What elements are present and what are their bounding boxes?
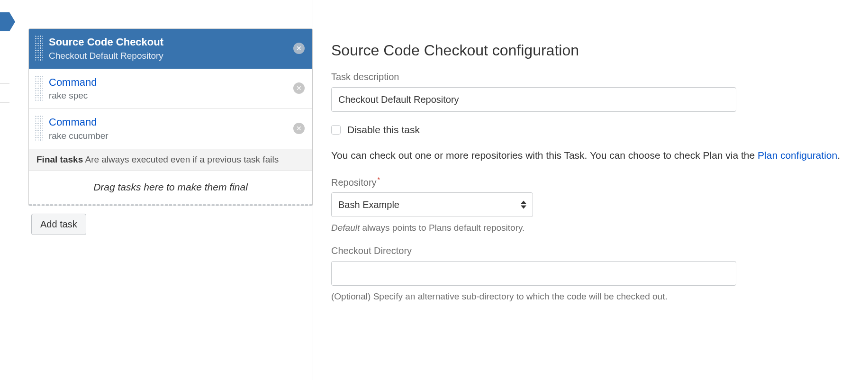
checkout-directory-input[interactable] [331,261,736,286]
repository-label-text: Repository [331,177,377,187]
repository-select[interactable] [331,192,533,217]
task-desc: Checkout Default Repository [49,51,293,61]
disable-task-label: Disable this task [347,124,420,136]
config-panel: Source Code Checkout configuration Task … [313,0,868,380]
task-description-label: Task description [331,72,868,82]
config-info-before: You can check out one or more repositori… [331,150,758,161]
config-info-after: . [837,150,840,161]
required-star-icon: * [378,176,380,183]
repository-hint-italic: Default [331,223,360,233]
final-tasks-dropzone[interactable]: Drag tasks here to make them final [29,171,312,206]
checkout-directory-hint: (Optional) Specify an alternative sub-di… [331,291,868,302]
task-item-source-code-checkout[interactable]: Source Code Checkout Checkout Default Re… [29,29,312,69]
final-tasks-header: Final tasks Are always executed even if … [29,149,312,171]
task-title: Source Code Checkout [49,36,293,49]
repository-label: Repository* [331,176,868,188]
remove-task-button[interactable]: ✕ [293,82,305,94]
repository-hint: Default always points to Plans default r… [331,223,868,233]
plan-configuration-link[interactable]: Plan configuration [758,150,837,161]
drag-handle-icon[interactable] [35,116,43,141]
active-tab-marker [0,12,9,31]
repository-hint-rest: always points to Plans default repositor… [360,223,524,233]
close-icon: ✕ [296,125,302,132]
final-tasks-sublabel: Are always executed even if a previous t… [85,154,279,164]
task-description-input[interactable] [331,87,736,112]
task-title: Command [49,116,293,129]
disable-task-checkbox[interactable] [331,125,341,135]
add-task-button[interactable]: Add task [31,214,86,235]
final-tasks-label: Final tasks [36,154,83,164]
task-title: Command [49,76,293,89]
left-rail [0,0,9,380]
config-info-text: You can check out one or more repositori… [331,148,868,163]
close-icon: ✕ [296,45,302,52]
config-title: Source Code Checkout configuration [331,42,868,59]
task-item-command-rake-spec[interactable]: Command rake spec ✕ [29,69,312,109]
remove-task-button[interactable]: ✕ [293,43,305,54]
drag-handle-icon[interactable] [35,36,43,61]
task-desc: rake spec [49,90,293,101]
drag-handle-icon[interactable] [35,76,43,101]
task-list: Source Code Checkout Checkout Default Re… [28,28,313,206]
remove-task-button[interactable]: ✕ [293,123,305,134]
task-column: Source Code Checkout Checkout Default Re… [9,0,313,380]
task-item-command-rake-cucumber[interactable]: Command rake cucumber ✕ [29,109,312,149]
checkout-directory-label: Checkout Directory [331,245,868,256]
task-desc: rake cucumber [49,131,293,141]
close-icon: ✕ [296,84,302,92]
